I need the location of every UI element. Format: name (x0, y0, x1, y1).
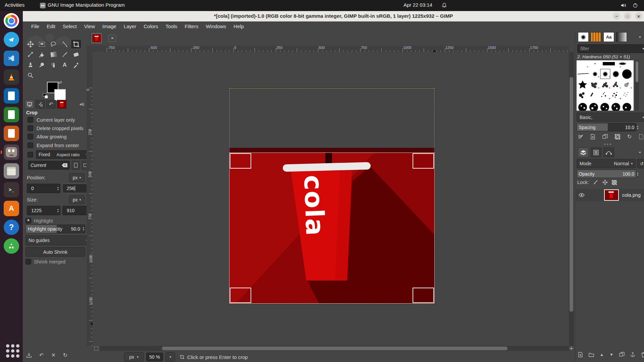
crop-region[interactable] (229, 153, 435, 304)
tab-channels[interactable] (591, 147, 601, 157)
checkbox-unchecked[interactable] (28, 117, 33, 123)
tool-airbrush[interactable] (48, 60, 58, 69)
lock-alpha-icon[interactable] (612, 180, 617, 185)
menu-file[interactable]: File (28, 22, 43, 31)
size-width-field[interactable]: 1225 ▴▾ (27, 206, 60, 215)
dock-configure-icon[interactable]: ◂▤ (79, 101, 85, 107)
launcher-libreoffice-writer[interactable] (4, 88, 19, 104)
checkbox-unchecked[interactable] (25, 259, 31, 264)
layer-thumbnail[interactable] (604, 189, 619, 201)
show-applications-button[interactable] (5, 343, 21, 359)
lock-position-icon[interactable] (602, 180, 608, 185)
lock-pixels-icon[interactable] (593, 180, 598, 185)
brush-grid[interactable]: ++++ +++++ ++ (577, 60, 634, 111)
navigation-preview-icon[interactable] (569, 346, 574, 351)
new-layer-icon[interactable] (578, 352, 583, 357)
horizontal-scrollbar-thumb[interactable] (162, 347, 507, 350)
default-colors-icon[interactable] (43, 93, 48, 99)
clear-entry-icon[interactable]: × (62, 163, 67, 167)
horizontal-ruler[interactable]: -750 -500 -250 0 250 500 750 1000 1250 1… (93, 46, 569, 52)
brush-grid-scrollbar[interactable] (635, 60, 639, 111)
highlight-checkbox-checked[interactable]: × (25, 218, 31, 224)
vertical-scrollbar-thumb[interactable] (570, 77, 573, 312)
layer-row-cola[interactable]: cola.png (575, 189, 644, 201)
menu-filters[interactable]: Filters (181, 22, 202, 31)
close-image-tab-icon[interactable]: ✕ (109, 35, 116, 42)
highlight-opacity-slider[interactable]: Highlight opacity 50.0 ▴▾ (25, 225, 85, 233)
launcher-libreoffice-calc[interactable] (4, 107, 19, 122)
portrait-orientation-icon[interactable] (72, 161, 80, 170)
brush-filter-input[interactable]: filter (580, 46, 589, 51)
spin-arrows[interactable]: ▴▾ (637, 172, 638, 176)
status-unit-dropdown[interactable]: px▾ (124, 352, 144, 362)
raise-layer-icon[interactable]: ▲ (600, 352, 604, 357)
crop-handle-top-right[interactable] (413, 153, 434, 169)
vertical-ruler[interactable]: 0 250 500 750 1000 1250 (87, 52, 93, 346)
edit-brush-icon[interactable] (578, 134, 583, 139)
fixed-checkbox[interactable] (28, 152, 33, 158)
launcher-libreoffice-impress[interactable] (4, 126, 19, 141)
tool-eraser[interactable] (71, 50, 81, 59)
crop-handle-bottom-right[interactable] (413, 288, 434, 303)
lower-layer-icon[interactable]: ▼ (609, 352, 613, 357)
focused-app-name[interactable]: GNU Image Manipulation Program (48, 2, 125, 8)
tool-unified-transform[interactable] (25, 50, 36, 59)
viewport[interactable]: cola (93, 52, 569, 346)
dock-collapse-icon[interactable]: ◂ (637, 149, 642, 155)
horizontal-scrollbar[interactable] (100, 346, 569, 351)
option-delete-cropped-pixels[interactable]: Delete cropped pixels (28, 125, 83, 131)
launcher-chrome[interactable] (4, 13, 19, 28)
launcher-vscode[interactable] (4, 51, 19, 66)
crop-handle-bottom-left[interactable] (230, 288, 251, 303)
position-unit-dropdown[interactable]: px▾ (69, 173, 85, 182)
restore-tool-preset-icon[interactable]: ↶ (39, 352, 44, 358)
power-icon[interactable] (633, 3, 638, 8)
brush-grid-scrollbar-thumb[interactable] (636, 61, 638, 82)
delete-brush-icon[interactable]: ✕ (615, 134, 620, 139)
tab-image-thumbnail[interactable] (57, 100, 66, 109)
spin-arrows[interactable]: ▴▾ (57, 186, 59, 191)
menu-tools[interactable]: Tools (162, 22, 181, 31)
tool-gradient[interactable] (48, 50, 58, 59)
tool-paintbrush[interactable] (60, 50, 70, 59)
opacity-slider[interactable]: Opacity 100.0 (577, 170, 636, 178)
zoom-dropdown-icon[interactable]: ▾ (166, 352, 175, 362)
checkbox-unchecked[interactable] (28, 134, 33, 139)
checkbox-unchecked[interactable] (28, 125, 33, 131)
tool-rectangle-select[interactable] (37, 40, 47, 49)
quick-mask-toggle[interactable] (93, 346, 100, 351)
refresh-brushes-icon[interactable]: ↻ (627, 133, 632, 140)
reset-tool-options-icon[interactable]: ↻ (63, 352, 67, 358)
close-button[interactable]: × (635, 12, 642, 20)
guides-dropdown[interactable]: No guides▾ (25, 235, 91, 245)
menu-colors[interactable]: Colors (140, 22, 162, 31)
tool-color-picker[interactable] (71, 60, 81, 69)
option-expand-from-center[interactable]: Expand from center (28, 142, 79, 148)
gimp-title-bar[interactable]: *[cola] (imported)-1.0 (RGB color 8-bit … (23, 11, 644, 22)
menu-edit[interactable]: Edit (43, 22, 59, 31)
tab-fonts[interactable]: Aa (603, 32, 614, 42)
brush-preset-dropdown[interactable]: Basic,▾ (577, 113, 644, 122)
tool-smudge[interactable] (37, 60, 47, 69)
chevron-down-icon[interactable]: ▾ (642, 47, 644, 50)
tab-patterns[interactable] (591, 32, 601, 42)
highlight-row[interactable]: × Highlight (25, 218, 53, 224)
layer-mode-dropdown[interactable]: Mode Normal▾ (577, 159, 636, 168)
tool-bucket-fill[interactable] (37, 50, 47, 59)
option-allow-growing[interactable]: Allow growing (28, 134, 66, 139)
launcher-ubuntu-software[interactable]: A (4, 201, 19, 216)
spin-arrows[interactable]: ▴▾ (83, 226, 84, 231)
open-brush-as-image-icon[interactable] (639, 134, 644, 139)
spin-arrows[interactable]: ▴▾ (637, 125, 638, 130)
fixed-aspect-dropdown[interactable]: FixedAspect ratio▾ (36, 150, 90, 159)
notification-bell-icon[interactable] (442, 3, 447, 8)
position-x-field[interactable]: 0 ▴▾ (27, 184, 60, 193)
menu-image[interactable]: Image (99, 22, 120, 31)
dock-splitter-handle[interactable]: ••• (604, 142, 612, 147)
swap-colors-icon[interactable]: ⇄ (58, 80, 62, 85)
menu-view[interactable]: View (80, 22, 99, 31)
spin-arrows[interactable]: ▴▾ (57, 208, 59, 213)
launcher-telegram[interactable] (4, 32, 19, 47)
menu-windows[interactable]: Windows (202, 22, 230, 31)
tab-undo-history[interactable]: ↶ (46, 100, 56, 109)
